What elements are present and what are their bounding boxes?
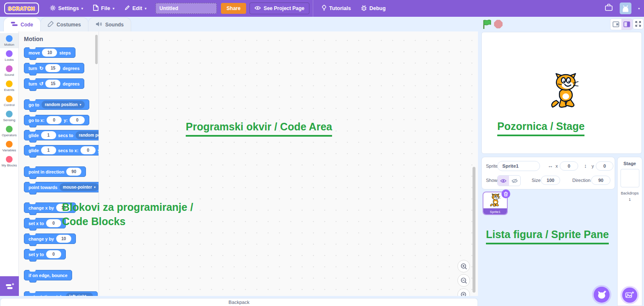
edit-menu[interactable]: Edit ▾ (119, 0, 152, 17)
block-turn-clockwise[interactable]: turn ↻ 15 degrees (24, 63, 84, 73)
number-input[interactable]: 0 (46, 250, 61, 258)
zoom-reset-button[interactable] (457, 288, 470, 296)
debug-menu[interactable]: Debug (356, 0, 391, 17)
sprite-y-input[interactable]: 0 (596, 161, 613, 171)
block-change-y[interactable]: change y by 10 (24, 233, 76, 244)
number-input[interactable]: 10 (56, 235, 71, 243)
sidebar-item-events[interactable]: Events (0, 78, 18, 93)
sprite-x-input[interactable]: 0 (560, 161, 578, 171)
delete-sprite-button[interactable] (501, 189, 510, 198)
sprite-name-input[interactable] (497, 161, 540, 171)
block-text: go to (29, 102, 39, 107)
block-move-steps[interactable]: move 10 steps (24, 47, 75, 58)
sidebar-item-my-blocks[interactable]: My Blocks (0, 154, 18, 169)
show-label: Show (486, 178, 498, 183)
number-input[interactable]: 15 (45, 80, 60, 88)
annotation-stage: Pozornica / Stage (497, 120, 584, 132)
dropdown-left-right[interactable]: left-right ▾ (66, 293, 93, 296)
number-input[interactable]: 15 (45, 64, 60, 72)
vertical-arrow-icon: ↕ (584, 163, 587, 169)
code-area-vertical-scrollbar[interactable] (473, 167, 475, 293)
project-name-input[interactable] (156, 3, 217, 14)
sidebar-item-sensing[interactable]: Sensing (0, 109, 18, 124)
chevron-down-icon: ▾ (145, 7, 146, 10)
number-input[interactable]: 90 (66, 168, 81, 176)
block-point-towards[interactable]: point towards mouse-pointer ▾ (24, 182, 99, 192)
backpack-bar[interactable]: Backpack (0, 298, 478, 306)
dropdown-mouse-pointer[interactable]: mouse-pointer ▾ (60, 183, 99, 191)
show-visible-button[interactable] (498, 176, 509, 186)
block-set-rotation-style[interactable]: set rotation style left-right ▾ (24, 291, 98, 296)
speaker-icon (96, 21, 102, 28)
looks-category-label: Looks (5, 58, 13, 62)
block-set-x[interactable]: set x to 0 (24, 218, 66, 228)
large-stage-button[interactable] (621, 19, 632, 30)
block-set-y[interactable]: set y to 0 (24, 249, 66, 259)
avatar[interactable] (620, 3, 631, 14)
number-input[interactable]: 1 (41, 131, 56, 139)
dropdown-random-position[interactable]: random position ▾ (42, 101, 85, 109)
code-workspace[interactable] (99, 31, 478, 296)
block-text: if on edge, bounce (29, 273, 68, 278)
block-if-on-edge-bounce[interactable]: if on edge, bounce (24, 270, 72, 280)
folder-icon[interactable] (605, 4, 613, 13)
account-chevron-down-icon[interactable]: ▾ (638, 7, 640, 10)
settings-menu[interactable]: Settings ▾ (45, 0, 88, 17)
scratch-cat-sprite[interactable] (548, 73, 582, 110)
fullscreen-button[interactable] (633, 18, 644, 29)
show-hidden-button[interactable] (509, 176, 520, 186)
see-project-page-label: See Project Page (264, 5, 304, 11)
sidebar-item-control[interactable]: Control (0, 93, 18, 109)
block-text: steps (59, 50, 70, 55)
zoom-in-button[interactable] (457, 260, 470, 272)
add-sprite-button[interactable] (594, 287, 610, 303)
sidebar-item-operators[interactable]: Operators (0, 124, 18, 139)
dropdown-value: mouse-pointer (63, 185, 92, 189)
small-stage-button[interactable] (610, 19, 621, 30)
number-input[interactable]: 0 (80, 146, 96, 154)
dropdown-random-position[interactable]: random position ▾ (75, 131, 99, 139)
block-go-to[interactable]: go to random position ▾ (24, 99, 89, 110)
annotation-code-area: Programski okvir / Code Area (186, 121, 332, 133)
number-input[interactable]: 1 (41, 146, 56, 154)
number-input[interactable]: 0 (70, 116, 85, 124)
add-extension-button[interactable] (0, 276, 20, 296)
green-flag-button[interactable] (482, 19, 492, 30)
tab-sounds[interactable]: Sounds (88, 17, 131, 31)
block-glide-to[interactable]: glide 1 secs to random position ▾ (24, 130, 99, 140)
stage-selector-panel[interactable]: Stage Backdrops 1 (617, 157, 642, 306)
tab-costumes[interactable]: Costumes (40, 17, 88, 31)
chevron-down-icon: ▾ (80, 103, 81, 106)
menu-divider (313, 0, 313, 17)
share-button[interactable]: Share (221, 3, 246, 14)
turn-clockwise-icon: ↻ (39, 65, 43, 71)
events-category-label: Events (4, 88, 14, 92)
sidebar-item-motion[interactable]: Motion (0, 33, 18, 48)
sidebar-item-looks[interactable]: Looks (0, 48, 18, 63)
variables-category-dot (6, 141, 13, 148)
zoom-out-button[interactable] (457, 274, 470, 287)
see-project-page-button[interactable]: See Project Page (249, 3, 309, 14)
tutorials-label: Tutorials (329, 5, 351, 11)
number-input[interactable]: 0 (47, 116, 62, 124)
block-glide-to-xy[interactable]: glide 1 secs to x: 0 y: 0 (24, 145, 99, 156)
annotation-sprite-pane-text: Lista figura / Sprite Pane (486, 228, 609, 244)
palette-scrollbar[interactable] (95, 35, 98, 64)
sprite-size-input[interactable]: 100 (541, 176, 560, 185)
number-input[interactable]: 0 (46, 219, 61, 227)
add-backdrop-button[interactable] (622, 288, 637, 303)
number-input[interactable]: 10 (42, 49, 57, 57)
scratch-logo[interactable]: SCRATCH (4, 3, 39, 14)
file-menu[interactable]: File ▾ (88, 0, 119, 17)
block-go-to-xy[interactable]: go to x: 0 y: 0 (24, 115, 89, 125)
tutorials-menu[interactable]: Tutorials (317, 0, 356, 17)
backdrop-thumbnail[interactable] (621, 169, 639, 187)
sprite-direction-input[interactable]: 90 (591, 176, 610, 185)
sidebar-item-variables[interactable]: Variables (0, 139, 18, 154)
sidebar-item-sound[interactable]: Sound (0, 63, 18, 78)
my-blocks-category-label: My Blocks (2, 163, 17, 167)
tab-code[interactable]: Code (3, 17, 41, 31)
stop-button[interactable] (494, 20, 503, 29)
block-turn-counterclockwise[interactable]: turn ↺ 15 degrees (24, 78, 84, 89)
block-point-in-direction[interactable]: point in direction 90 (24, 166, 86, 177)
